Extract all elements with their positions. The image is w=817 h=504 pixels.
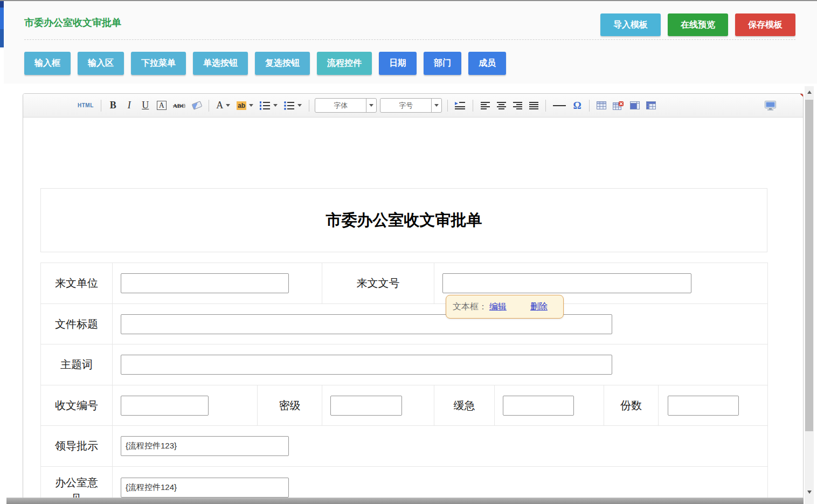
dashed-divider [24,39,795,40]
toolbar-separator [309,100,309,112]
tooltip-label: 文本框： [453,301,487,313]
form-title: 市委办公室收文审批单 [326,210,482,231]
align-left-icon[interactable] [478,98,492,113]
unordered-list-icon[interactable] [282,98,304,113]
leader-note-input[interactable] [121,436,289,456]
bottom-scrollbar[interactable] [6,498,804,504]
vertical-scrollbar[interactable] [805,86,814,504]
italic-icon[interactable]: I [122,98,136,113]
flow-control-button[interactable]: 流程控件 [317,52,372,75]
toolbar-separator [209,100,209,112]
field-label: 缓急 [434,385,495,426]
component-button-group: 输入框 输入区 下拉菜单 单选按钮 复选按钮 流程控件 日期 部门 成员 [24,52,506,75]
import-template-button[interactable]: 导入模板 [600,13,661,36]
chevron-down-icon [226,104,230,107]
toolbar-separator [447,100,448,112]
table-row: 文件标题 [41,304,768,344]
field-label: 密级 [258,385,322,426]
toolbar-separator [589,100,590,112]
strikethrough-icon[interactable]: ABC [171,98,188,113]
font-size-select[interactable]: 字号 [380,98,442,113]
align-justify-icon[interactable] [527,98,541,113]
field-label: 收文编号 [41,385,113,426]
chevron-down-icon[interactable] [366,99,376,112]
field-label: 来文文号 [322,263,434,304]
checkbox-button[interactable]: 复选按钮 [255,52,310,75]
secrecy-level-input[interactable] [330,396,402,416]
ordered-list-icon[interactable] [258,98,280,113]
incoming-number-input[interactable] [442,273,691,293]
scroll-up-button[interactable] [805,87,814,97]
edit-link[interactable]: 编辑 [489,301,507,313]
dropdown-menu-button[interactable]: 下拉菜单 [131,52,186,75]
receive-number-input[interactable] [121,396,209,416]
online-preview-button[interactable]: 在线预览 [668,13,728,36]
horizontal-rule-icon[interactable] [551,98,568,113]
indent-icon[interactable] [453,98,468,113]
form-fields-table: 来文单位 来文文号 文件标题 主题词 收文编号 密级 缓急 份数 [40,263,768,504]
toolbar-separator [473,100,473,112]
toolbar-separator [101,100,101,112]
delete-link[interactable]: 删除 [530,301,548,313]
input-box-button[interactable]: 输入框 [24,52,71,75]
fullscreen-icon[interactable] [763,98,778,113]
table-row: 领导批示 [41,426,768,467]
member-button[interactable]: 成员 [468,52,506,75]
chevron-down-icon [249,104,253,107]
form-title-box: 市委办公室收文审批单 [40,188,767,252]
chevron-down-icon[interactable] [431,99,441,112]
highlight-color-icon[interactable]: ab [234,98,255,113]
source-code-icon[interactable]: HTML [75,98,96,113]
table-cell-props-icon[interactable] [628,98,642,113]
delete-table-icon[interactable] [611,98,626,113]
sidebar-edge-segment [0,1,4,8]
save-template-button[interactable]: 保存模板 [735,13,795,36]
sidebar-edge-strip [0,1,4,47]
insert-table-icon[interactable] [594,98,608,113]
office-opinion-input[interactable] [121,478,289,498]
bold-icon[interactable]: B [106,98,120,113]
field-label: 文件标题 [41,304,113,344]
chevron-down-icon [297,104,302,107]
incoming-unit-input[interactable] [121,273,289,293]
copies-count-input[interactable] [668,396,739,416]
field-label: 主题词 [41,344,113,385]
action-button-group: 导入模板 在线预览 保存模板 [600,13,795,36]
align-center-icon[interactable] [494,98,508,113]
special-char-icon[interactable]: Ω [570,98,584,113]
editor-content-area[interactable]: 市委办公室收文审批单 来文单位 来文文号 文件标题 主题词 收文 [23,118,803,504]
table-row: 主题词 [41,344,768,385]
header-panel: 市委办公室收文审批单 导入模板 在线预览 保存模板 输入框 输入区 下拉菜单 单… [4,1,817,84]
field-label: 领导批示 [41,426,113,467]
urgency-input[interactable] [503,396,574,416]
table-row: 收文编号 密级 缓急 份数 [41,385,768,426]
editor-toolbar: HTML B I U A ABC A ab 字体 字号 [23,94,803,118]
table-props-icon[interactable] [644,98,658,113]
char-border-icon[interactable]: A [157,101,167,110]
toolbar-separator [545,100,546,112]
field-label: 份数 [604,385,659,426]
department-button[interactable]: 部门 [424,52,461,75]
underline-icon[interactable]: U [139,98,153,113]
rich-text-editor: HTML B I U A ABC A ab 字体 字号 [23,93,804,504]
date-button[interactable]: 日期 [379,52,417,75]
scroll-down-button[interactable] [805,487,814,497]
font-color-icon[interactable]: A [214,98,232,113]
page-title: 市委办公室收文审批单 [24,16,121,29]
font-family-select[interactable]: 字体 [315,98,377,113]
control-tooltip: 文本框： 编辑 删除 [446,295,564,319]
radio-button-button[interactable]: 单选按钮 [193,52,248,75]
textarea-button[interactable]: 输入区 [78,52,124,75]
remove-format-icon[interactable] [190,98,204,113]
subject-word-input[interactable] [121,355,612,375]
table-row: 来文单位 来文文号 [41,263,768,304]
field-label: 来文单位 [41,263,113,304]
sidebar-edge-segment [0,29,4,47]
pencil-icon [800,93,804,97]
align-right-icon[interactable] [510,98,524,113]
scrollbar-thumb[interactable] [805,100,813,431]
chevron-down-icon [273,104,278,107]
